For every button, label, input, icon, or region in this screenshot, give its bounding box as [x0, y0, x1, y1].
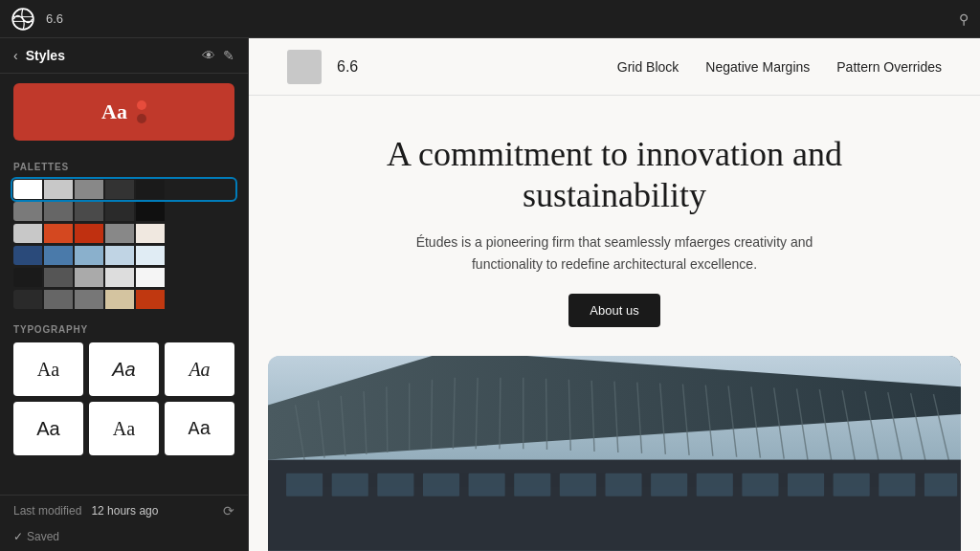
history-icon[interactable]: ⟳ — [223, 503, 234, 518]
typography-label: TYPOGRAPHY — [13, 324, 234, 335]
wordpress-logo — [11, 8, 34, 31]
svg-rect-43 — [742, 474, 778, 496]
typo-aa-1: Aa — [37, 359, 59, 381]
svg-rect-44 — [788, 474, 824, 496]
top-bar: 6.6 ⚲ — [0, 0, 980, 38]
main-container: ‹ Styles 👁 ✎ Aa PALETTES — [0, 38, 980, 551]
style-preview-dots — [137, 100, 146, 123]
swatch — [44, 268, 73, 287]
svg-rect-37 — [469, 474, 505, 496]
palette-row-3[interactable] — [13, 246, 234, 265]
typography-grid: Aa Aa Aa Aa Aa Aa — [13, 342, 234, 455]
swatch — [44, 202, 73, 221]
swatch — [13, 290, 42, 309]
svg-rect-47 — [924, 474, 957, 496]
svg-rect-38 — [514, 474, 550, 496]
styles-sidebar: ‹ Styles 👁 ✎ Aa PALETTES — [0, 38, 249, 551]
typo-option-6[interactable]: Aa — [165, 402, 234, 455]
palettes-label: PALETTES — [13, 162, 234, 172]
last-modified-label: Last modified — [13, 504, 81, 518]
palette-row-2[interactable] — [13, 224, 234, 243]
svg-rect-46 — [879, 474, 915, 496]
search-icon[interactable]: ⚲ — [959, 11, 969, 27]
palettes-grid — [13, 180, 234, 309]
svg-rect-40 — [605, 474, 641, 496]
about-us-button[interactable]: About us — [568, 294, 659, 327]
svg-rect-42 — [697, 474, 733, 496]
edit-icon[interactable]: ✎ — [223, 48, 234, 63]
typo-aa-5: Aa — [113, 418, 135, 440]
svg-rect-39 — [560, 474, 596, 496]
last-modified: Last modified 12 hours ago — [13, 504, 158, 518]
swatch — [136, 268, 165, 287]
nav-link-negative-margins[interactable]: Negative Margins — [705, 59, 810, 75]
typo-option-5[interactable]: Aa — [89, 402, 159, 455]
palette-row-1[interactable] — [13, 202, 234, 221]
svg-line-9 — [432, 380, 433, 449]
nav-link-pattern-overrides[interactable]: Pattern Overrides — [836, 59, 942, 75]
preview-content: A commitment to innovation and sustainab… — [249, 96, 980, 551]
palette-row-0[interactable] — [13, 180, 234, 199]
palette-row-4[interactable] — [13, 268, 234, 287]
svg-rect-35 — [377, 474, 413, 496]
svg-line-7 — [387, 387, 388, 453]
sidebar-header-actions: 👁 ✎ — [202, 48, 234, 63]
typo-option-3[interactable]: Aa — [165, 342, 234, 396]
dot-2 — [137, 114, 146, 123]
preview-icon[interactable]: 👁 — [202, 48, 215, 63]
swatch — [13, 246, 42, 265]
building-photo — [268, 356, 961, 551]
svg-rect-36 — [423, 474, 459, 496]
sidebar-scroll: PALETTES — [0, 150, 248, 495]
swatch — [13, 180, 42, 199]
typo-option-2[interactable]: Aa — [89, 342, 159, 396]
palette-row-5[interactable] — [13, 290, 234, 309]
style-preview-box[interactable]: Aa — [13, 83, 234, 141]
typo-option-4[interactable]: Aa — [13, 402, 83, 455]
swatch — [44, 246, 73, 265]
typo-aa-6: Aa — [188, 418, 211, 440]
building-illustration — [268, 356, 961, 551]
swatch — [105, 268, 134, 287]
sidebar-header: ‹ Styles 👁 ✎ — [0, 38, 248, 74]
swatch — [75, 202, 103, 221]
swatch — [136, 290, 165, 309]
nav-link-grid-block[interactable]: Grid Block — [617, 59, 679, 75]
swatch — [136, 180, 165, 199]
swatch — [105, 180, 134, 199]
swatch — [75, 290, 103, 309]
swatch — [136, 246, 165, 265]
swatch — [75, 224, 103, 243]
svg-line-12 — [500, 378, 501, 449]
back-button[interactable]: ‹ — [13, 48, 18, 63]
typo-option-1[interactable]: Aa — [13, 342, 83, 396]
hero-section: A commitment to innovation and sustainab… — [249, 96, 980, 356]
hero-subtitle: Études is a pioneering firm that seamles… — [394, 231, 835, 275]
swatch — [13, 202, 42, 221]
sidebar-title: Styles — [26, 48, 194, 63]
last-modified-time: 12 hours ago — [91, 504, 158, 518]
swatch — [136, 202, 165, 221]
typo-aa-2: Aa — [112, 359, 135, 381]
svg-rect-41 — [651, 474, 687, 496]
swatch — [13, 224, 42, 243]
saved-check-icon: ✓ — [13, 530, 23, 543]
typo-aa-4: Aa — [36, 418, 59, 440]
swatch — [75, 246, 103, 265]
svg-rect-45 — [834, 474, 870, 496]
svg-rect-34 — [332, 474, 368, 496]
architecture-image — [268, 356, 961, 551]
sidebar-saved: ✓ Saved — [0, 526, 248, 551]
swatch — [75, 180, 103, 199]
swatch — [75, 268, 103, 287]
swatch — [44, 290, 73, 309]
swatch — [105, 290, 134, 309]
preview-site-name: 6.6 — [337, 58, 358, 76]
hero-title: A commitment to innovation and sustainab… — [325, 134, 903, 216]
swatch — [105, 246, 134, 265]
preview-nav-links: Grid Block Negative Margins Pattern Over… — [617, 59, 942, 75]
preview-area: 6.6 Grid Block Negative Margins Pattern … — [249, 38, 980, 551]
svg-line-14 — [546, 379, 547, 450]
preview-nav: 6.6 Grid Block Negative Margins Pattern … — [249, 38, 980, 96]
swatch — [44, 224, 73, 243]
